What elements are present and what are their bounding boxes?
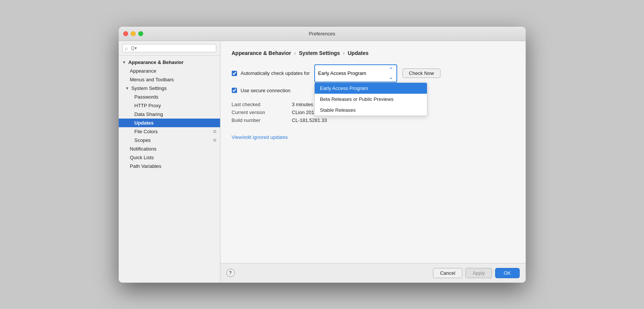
check-now-button[interactable]: Check Now xyxy=(402,68,440,78)
sidebar-item-file-colors[interactable]: File Colors ⧉ xyxy=(119,127,220,136)
sidebar-section-appearance-behavior[interactable]: ▼ Appearance & Behavior xyxy=(119,58,220,67)
dropdown-option-stable[interactable]: Stable Releases xyxy=(315,105,427,116)
ok-button[interactable]: OK xyxy=(495,268,520,278)
dropdown-arrow-icon: ⌃⌄ xyxy=(389,66,393,81)
dropdown-selected-value: Early Access Program xyxy=(318,70,366,76)
info-value-build-number: CL-181.5281.33 xyxy=(292,117,327,123)
secure-connection-checkbox-wrapper[interactable]: Use secure connection xyxy=(232,88,291,93)
section-arrow-appearance-behavior: ▼ xyxy=(122,60,126,64)
sidebar-tree: ▼ Appearance & Behavior Appearance Menus… xyxy=(119,56,220,283)
apply-button[interactable]: Apply xyxy=(465,268,492,278)
dropdown-wrapper: Early Access Program ⌃⌄ Early Access Pro… xyxy=(314,64,397,82)
sidebar-search-area xyxy=(119,41,220,56)
breadcrumb-part-2: Updates xyxy=(348,50,369,56)
secure-connection-checkbox[interactable] xyxy=(232,88,237,93)
breadcrumb-sep-0: › xyxy=(294,50,296,56)
minimize-button[interactable] xyxy=(131,31,136,36)
search-input[interactable] xyxy=(122,44,216,52)
sidebar-item-passwords[interactable]: Passwords xyxy=(119,93,220,101)
search-wrapper xyxy=(122,44,216,52)
scopes-copy-icon: ⧉ xyxy=(213,138,216,143)
window-title: Preferences xyxy=(119,31,526,37)
dropdown-menu: Early Access Program Beta Releases or Pu… xyxy=(314,82,427,116)
info-label-current-version: Current version xyxy=(232,110,292,115)
sidebar-item-scopes[interactable]: Scopes ⧉ xyxy=(119,136,220,145)
help-button[interactable]: ? xyxy=(226,269,235,277)
bottom-bar: ? Cancel Apply OK xyxy=(220,263,526,283)
sidebar-subsection-system-settings[interactable]: ▼ System Settings xyxy=(119,84,220,93)
subsection-arrow-system-settings: ▼ xyxy=(125,86,129,90)
sidebar-item-menus-toolbars[interactable]: Menus and Toolbars xyxy=(119,75,220,84)
sidebar-item-notifications[interactable]: Notifications xyxy=(119,145,220,153)
auto-check-label: Automatically check updates for xyxy=(241,70,310,76)
breadcrumb-sep-1: › xyxy=(343,50,345,56)
titlebar: Preferences xyxy=(119,27,526,41)
auto-check-row: Automatically check updates for Early Ac… xyxy=(232,64,514,82)
breadcrumb: Appearance & Behavior › System Settings … xyxy=(232,50,514,56)
secure-connection-label: Use secure connection xyxy=(241,88,291,93)
sidebar: ▼ Appearance & Behavior Appearance Menus… xyxy=(119,41,220,283)
section-label-appearance-behavior: Appearance & Behavior xyxy=(128,59,184,65)
sidebar-item-data-sharing[interactable]: Data Sharing xyxy=(119,110,220,119)
traffic-lights xyxy=(123,31,143,36)
dropdown-option-beta[interactable]: Beta Releases or Public Previews xyxy=(315,94,427,105)
sidebar-item-appearance[interactable]: Appearance xyxy=(119,67,220,75)
sidebar-item-quick-lists[interactable]: Quick Lists xyxy=(119,153,220,162)
sidebar-item-updates[interactable]: Updates xyxy=(119,119,220,127)
info-label-last-checked: Last checked xyxy=(232,102,292,107)
auto-check-checkbox-wrapper[interactable]: Automatically check updates for xyxy=(232,70,310,76)
info-row-build-number: Build number CL-181.5281.33 xyxy=(232,117,514,123)
bottom-right-area: Cancel Apply OK xyxy=(433,268,520,278)
view-edit-ignored-updates-link[interactable]: View/edit ignored updates xyxy=(232,134,288,140)
sidebar-item-http-proxy[interactable]: HTTP Proxy xyxy=(119,101,220,110)
maximize-button[interactable] xyxy=(138,31,143,36)
main-body: Appearance & Behavior › System Settings … xyxy=(220,41,526,263)
close-button[interactable] xyxy=(123,31,128,36)
breadcrumb-part-0: Appearance & Behavior xyxy=(232,50,291,56)
dropdown-option-early-access[interactable]: Early Access Program xyxy=(315,83,427,94)
auto-check-checkbox[interactable] xyxy=(232,71,237,76)
file-colors-copy-icon: ⧉ xyxy=(213,129,216,134)
sidebar-item-path-variables[interactable]: Path Variables xyxy=(119,162,220,170)
main-content: Appearance & Behavior › System Settings … xyxy=(220,41,526,283)
update-channel-dropdown[interactable]: Early Access Program ⌃⌄ xyxy=(314,64,397,82)
breadcrumb-part-1: System Settings xyxy=(299,50,340,56)
bottom-left-area: ? xyxy=(226,269,235,277)
window-content: ▼ Appearance & Behavior Appearance Menus… xyxy=(119,41,526,283)
cancel-button[interactable]: Cancel xyxy=(433,268,462,278)
preferences-window: Preferences ▼ Appearance & Behavior Appe… xyxy=(119,27,526,283)
info-label-build-number: Build number xyxy=(232,117,292,123)
